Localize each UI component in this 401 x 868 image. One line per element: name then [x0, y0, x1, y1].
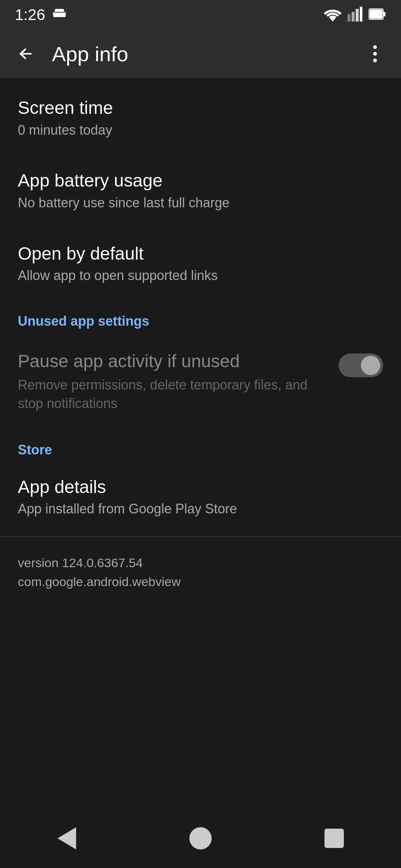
- svg-rect-0: [348, 14, 351, 22]
- app-battery-subtitle: No battery use since last full charge: [18, 194, 383, 212]
- nav-recents-icon: [325, 829, 344, 848]
- screen-time-item[interactable]: Screen time 0 minutes today: [0, 82, 401, 154]
- pause-activity-toggle[interactable]: [339, 354, 383, 377]
- nav-bar: [0, 809, 401, 868]
- nav-recents-button[interactable]: [312, 816, 356, 861]
- app-battery-item[interactable]: App battery usage No battery use since l…: [0, 154, 401, 227]
- version-text: version 124.0.6367.54: [18, 553, 383, 572]
- nav-home-button[interactable]: [178, 816, 223, 861]
- app-details-item[interactable]: App details App installed from Google Pl…: [0, 461, 401, 533]
- screen-time-title: Screen time: [18, 97, 383, 119]
- nav-back-button[interactable]: [45, 816, 89, 861]
- footer-info: version 124.0.6367.54 com.google.android…: [0, 540, 401, 605]
- svg-rect-5: [370, 10, 382, 19]
- back-button[interactable]: [11, 39, 41, 69]
- wifi-icon: [324, 7, 342, 23]
- unused-header-text: Unused app settings: [18, 313, 149, 329]
- time-label: 1:26: [15, 6, 45, 24]
- dot2: [373, 52, 377, 56]
- dot1: [373, 45, 377, 49]
- open-default-item[interactable]: Open by default Allow app to open suppor…: [0, 227, 401, 300]
- pause-activity-item[interactable]: Pause app activity if unused Remove perm…: [0, 335, 401, 428]
- store-section-header: Store: [0, 429, 401, 461]
- car-icon: [51, 6, 68, 24]
- app-bar-title: App info: [52, 42, 128, 66]
- unused-section-header: Unused app settings: [0, 300, 401, 335]
- dot3: [373, 59, 377, 62]
- content: Screen time 0 minutes today App battery …: [0, 78, 401, 809]
- status-icons: [324, 7, 386, 23]
- package-name-text: com.google.android.webview: [18, 572, 383, 591]
- signal-icon: [348, 7, 362, 23]
- nav-home-icon: [189, 827, 212, 849]
- toggle-knob: [361, 356, 380, 375]
- screen-time-subtitle: 0 minutes today: [18, 122, 383, 139]
- app-battery-title: App battery usage: [18, 170, 383, 191]
- svg-rect-3: [360, 7, 362, 22]
- pause-activity-title: Pause app activity if unused: [18, 351, 324, 372]
- battery-icon: [368, 7, 386, 22]
- pause-activity-text: Pause app activity if unused Remove perm…: [18, 351, 339, 413]
- pause-activity-subtitle: Remove permissions, delete temporary fil…: [18, 376, 324, 413]
- app-details-title: App details: [18, 476, 383, 498]
- app-bar-left: App info: [11, 39, 128, 69]
- svg-rect-6: [383, 12, 385, 16]
- status-bar: 1:26: [0, 0, 401, 30]
- divider: [0, 536, 401, 537]
- app-details-subtitle: App installed from Google Play Store: [18, 500, 383, 518]
- store-header-text: Store: [18, 442, 52, 457]
- nav-back-icon: [58, 827, 76, 849]
- open-default-subtitle: Allow app to open supported links: [18, 267, 383, 285]
- more-button[interactable]: [360, 39, 390, 69]
- status-time: 1:26: [15, 6, 68, 24]
- svg-rect-1: [352, 12, 355, 22]
- open-default-title: Open by default: [18, 243, 383, 264]
- app-bar: App info: [0, 30, 401, 78]
- svg-rect-2: [356, 9, 359, 22]
